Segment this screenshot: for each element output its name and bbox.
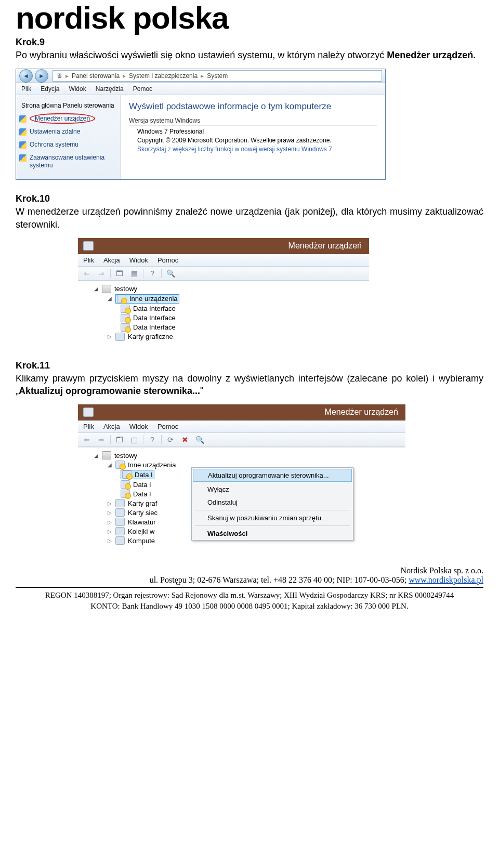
breadcrumb[interactable]: 🖥 ▸ Panel sterowania ▸ System i zabezpie… [52,70,382,82]
step11-text-c: " [200,386,203,396]
dm-menu-akcja[interactable]: Akcja [103,423,120,430]
tb-help-icon[interactable]: ? [147,268,158,279]
row-copyright: Copyright © 2009 Microsoft Corporation. … [137,137,377,144]
menu-edycja[interactable]: Edycja [41,85,59,93]
dm-menubar: Plik Akcja Widok Pomoc [78,254,369,267]
unknown-device-icon [121,314,130,322]
unknown-device-icon [115,461,125,469]
dm-menu-akcja[interactable]: Akcja [103,256,120,264]
ctx-scan[interactable]: Skanuj w poszukiwaniu zmian sprzętu [192,511,353,524]
dm-tree: ◢testowy ◢Inne urządzenia Data I Aktuali… [78,447,405,550]
footer-url[interactable]: www.nordiskpolska.pl [409,575,483,584]
dm-menu-widok[interactable]: Widok [129,256,148,264]
shield-icon [19,141,27,149]
tree-data-interface[interactable]: Data Interface [82,313,365,323]
menu-widok[interactable]: Widok [69,85,86,93]
sidebar-item-remote[interactable]: Ustawienia zdalne [16,125,120,138]
back-button[interactable]: ◄ [19,69,33,83]
menu-plik[interactable]: Plik [21,85,31,93]
tree-root[interactable]: ◢testowy [82,451,401,460]
sidebar-item-advanced[interactable]: Zaawansowane ustawienia systemu [16,151,120,172]
crumb-c[interactable]: System [207,72,228,80]
menu-pomoc[interactable]: Pomoc [133,85,152,93]
step11-bold: Aktualizuj oprogramowanie sterownika... [19,386,200,396]
footer-addr: ul. Postępu 3; 02-676 Warszawa; tel. +48… [150,575,409,584]
device-manager-icon [83,407,94,417]
sidebar: Strona główna Panelu sterowania Menedżer… [16,95,121,179]
ctx-disable[interactable]: Wyłącz [192,483,353,496]
step9-body: Po wybraniu właściwości wyświetli się ok… [16,49,483,61]
unknown-device-icon [121,480,130,489]
shield-icon [19,115,27,123]
forward-button[interactable]: ► [35,69,48,83]
menu-bar: Plik Edycja Widok Narzędzia Pomoc [16,83,385,95]
step9-bold: Menedżer urządzeń. [387,50,476,60]
tb-update-icon[interactable]: ⟳ [165,435,176,445]
tb-help-icon[interactable]: ? [147,435,158,445]
tb-list-icon[interactable]: ▤ [128,435,140,445]
sidebar-home[interactable]: Strona główna Panelu sterowania [16,99,120,112]
group-edition: Wersja systemu Windows [129,117,377,126]
screenshot-device-manager-1: Menedżer urządzeń Plik Akcja Widok Pomoc… [78,238,369,347]
step9-head: Krok.9 [16,37,483,48]
unknown-device-icon [122,470,132,479]
tree-display-adapters[interactable]: ▷Karty graficzne [82,332,365,341]
tb-tree-icon[interactable]: 🗔 [114,435,125,445]
crumb-b[interactable]: System i zabezpieczenia [129,72,198,80]
tree-root[interactable]: ◢testowy [82,284,365,294]
tb-back-icon: ⇐ [81,268,93,279]
screenshot-system-window: ◄ ► 🖥 ▸ Panel sterowania ▸ System i zabe… [16,69,386,180]
context-menu: Aktualizuj oprogramowanie sterownika... … [191,467,353,541]
sidebar-item-protection[interactable]: Ochrona systemu [16,138,120,151]
step9-text: Po wybraniu właściwości wyświetli się ok… [16,50,387,60]
row-edition: Windows 7 Professional [137,128,377,135]
shield-icon [19,154,27,162]
dm-menu-plik[interactable]: Plik [83,423,94,430]
dm-menu-widok[interactable]: Widok [129,423,148,430]
dm-menu-plik[interactable]: Plik [83,256,94,264]
window-titlebar: ◄ ► 🖥 ▸ Panel sterowania ▸ System i zabe… [16,69,385,83]
footer-legal: REGON 140388197; Organ rejestrowy: Sąd R… [16,590,483,611]
tb-tree-icon[interactable]: 🗔 [114,268,125,279]
footer-rule [16,587,483,588]
tb-uninstall-icon[interactable]: ✖ [179,435,191,445]
tb-scan-icon[interactable]: 🔍 [194,435,205,445]
footer-company-block: Nordisk Polska sp. z o.o. ul. Postępu 3;… [16,566,483,585]
dm-toolbar: ⇐ ⇒ 🗔 ▤ ? ⟳ ✖ 🔍 [78,433,405,447]
dm-menubar: Plik Akcja Widok Pomoc [78,420,405,433]
folder-icon: 🖥 [56,72,62,80]
crumb-a[interactable]: Panel sterowania [72,72,120,80]
dm-menu-pomoc[interactable]: Pomoc [157,423,178,430]
ctx-properties[interactable]: Właściwości [192,527,353,540]
dm-title-text: Menedżer urządzeń [288,241,362,250]
screenshot-device-manager-2: Menedżer urządzeń Plik Akcja Widok Pomoc… [78,404,405,550]
menu-narzedzia[interactable]: Narzędzia [96,85,124,93]
dm-titlebar: Menedżer urządzeń [78,404,405,420]
row-upgrade-link[interactable]: Skorzystaj z większej liczby funkcji w n… [137,146,377,153]
display-icon [115,333,125,341]
unknown-device-icon [117,295,126,303]
tree-data-interface[interactable]: Data Interface [82,323,365,332]
footer-line2: REGON 140388197; Organ rejestrowy: Sąd R… [16,590,483,600]
keyboard-icon [115,518,125,526]
unknown-device-icon [121,490,130,498]
footer-company: Nordisk Polska sp. z o.o. [16,566,483,575]
step11-head: Krok.11 [16,360,483,371]
tree-other-devices[interactable]: ◢Inne urządzenia [82,294,365,304]
dm-title-text: Menedżer urządzeń [325,407,398,416]
ctx-uninstall[interactable]: Odinstaluj [192,496,353,509]
tree-data-interface[interactable]: Data Interface [82,304,365,313]
footer-line3: KONTO: Bank Handlowy 49 1030 1508 0000 0… [16,601,483,611]
sidebar-item-device-manager[interactable]: Menedżer urządzeń [16,112,120,125]
dm-titlebar: Menedżer urządzeń [78,238,369,254]
dm-menu-pomoc[interactable]: Pomoc [157,256,178,264]
tb-list-icon[interactable]: ▤ [128,268,140,279]
tb-scan-icon[interactable]: 🔍 [165,268,176,279]
step10-body: W menedżerze urządzeń powinniśmy znaleźć… [16,205,483,231]
step10-head: Krok.10 [16,193,483,204]
tb-fwd-icon: ⇒ [96,268,107,279]
tb-back-icon: ⇐ [81,435,93,445]
ctx-update-driver[interactable]: Aktualizuj oprogramowanie sterownika... [193,469,352,482]
shield-icon [19,128,27,136]
unknown-device-icon [121,305,130,313]
